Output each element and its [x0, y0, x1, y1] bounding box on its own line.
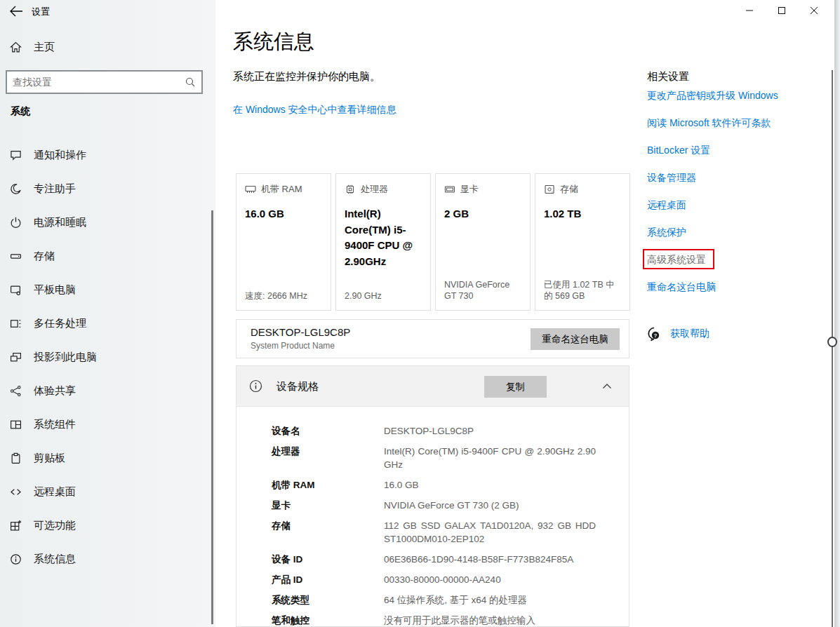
home-icon	[10, 41, 22, 53]
spec-row: 笔和触控 没有可用于此显示器的笔或触控输入	[272, 614, 629, 627]
optional-features-icon	[10, 520, 22, 532]
sidebar-item-label: 系统信息	[34, 553, 76, 566]
sidebar-item-focus-assist[interactable]: 专注助手	[0, 172, 211, 205]
link-bitlocker-settings[interactable]: BitLocker 设置	[647, 144, 710, 157]
device-specs-title: 设备规格	[276, 380, 319, 393]
back-button[interactable]	[9, 5, 23, 18]
link-change-product-key[interactable]: 更改产品密钥或升级 Windows	[647, 90, 778, 102]
security-center-link[interactable]: 在 Windows 安全中心中查看详细信息	[233, 104, 396, 116]
notifications-icon	[10, 149, 22, 161]
page-subtitle: 系统正在监控并保护你的电脑。	[233, 70, 380, 83]
device-specs-panel: 设备规格 复制 设备名 DESKTOP-LGL9C8P 处理器 Intel(R)…	[236, 365, 629, 627]
close-button[interactable]	[798, 0, 830, 21]
window-right-edge	[834, 0, 840, 627]
card-gpu: 显卡 2 GB NVIDIA GeForce GT 730	[435, 173, 531, 311]
search-input[interactable]	[7, 76, 185, 88]
svg-text:?: ?	[654, 332, 658, 339]
sidebar-item-remote-desktop[interactable]: 远程桌面	[0, 475, 211, 508]
gpu-icon	[444, 184, 455, 194]
maximize-button[interactable]	[766, 0, 798, 21]
sidebar-item-label: 投影到此电脑	[34, 351, 97, 364]
sidebar-item-label: 通知和操作	[34, 149, 86, 162]
link-remote-desktop[interactable]: 远程桌面	[647, 199, 686, 212]
sidebar-item-shared-experiences[interactable]: 体验共享	[0, 374, 211, 407]
spec-row: 存储 112 GB SSD GALAX TA1D0120A, 932 GB HD…	[272, 519, 629, 546]
sidebar-item-power-sleep[interactable]: 电源和睡眠	[0, 205, 211, 239]
sidebar-item-label: 多任务处理	[34, 317, 86, 330]
card-footer: 速度: 2666 MHz	[245, 290, 324, 302]
sidebar-item-label: 体验共享	[34, 384, 76, 398]
card-ram: 机带 RAM 16.0 GB 速度: 2666 MHz	[236, 173, 331, 311]
device-specs-header[interactable]: 设备规格 复制	[236, 366, 629, 407]
projecting-icon	[10, 351, 22, 363]
rename-pc-button[interactable]: 重命名这台电脑	[531, 328, 620, 350]
sidebar-item-label: 剪贴板	[34, 452, 65, 465]
settings-window: 设置 主页 系统 通知和操作	[0, 0, 840, 627]
link-system-protection[interactable]: 系统保护	[647, 227, 686, 239]
sidebar-nav: 通知和操作 专注助手 电源和睡眠 存储	[0, 138, 211, 576]
card-label: 存储	[560, 183, 578, 196]
spec-row: 显卡 NVIDIA GeForce GT 730 (2 GB)	[272, 499, 629, 512]
sidebar-scrollbar[interactable]	[211, 210, 213, 624]
link-rename-this-pc[interactable]: 重命名这台电脑	[647, 281, 716, 294]
sidebar-item-label: 存储	[34, 250, 55, 263]
clipboard-icon	[10, 452, 22, 464]
card-storage: 存储 1.02 TB 已使用 1.02 TB 中的 569 GB	[535, 173, 630, 311]
sidebar-item-home[interactable]: 主页	[10, 41, 55, 54]
page-title: 系统信息	[233, 28, 314, 56]
card-value: 1.02 TB	[544, 206, 621, 222]
minimize-button[interactable]	[733, 0, 766, 21]
sidebar-item-projecting[interactable]: 投影到此电脑	[0, 340, 211, 374]
card-footer: 已使用 1.02 TB 中的 569 GB	[544, 279, 622, 302]
sidebar-item-tablet[interactable]: 平板电脑	[0, 273, 211, 306]
get-help-label: 获取帮助	[670, 328, 709, 340]
device-specs-table: 设备名 DESKTOP-LGL9C8P 处理器 Intel(R) Core(TM…	[236, 407, 629, 627]
sidebar-item-optional-features[interactable]: 可选功能	[0, 508, 211, 542]
tablet-icon	[10, 284, 22, 296]
edge-circle-marker	[827, 337, 837, 347]
hardware-cards: 机带 RAM 16.0 GB 速度: 2666 MHz 处理器 Intel(R)…	[236, 173, 630, 311]
link-read-license-terms[interactable]: 阅读 Microsoft 软件许可条款	[647, 117, 771, 130]
sidebar-item-storage[interactable]: 存储	[0, 239, 211, 273]
spec-row: 系统类型 64 位操作系统, 基于 x64 的处理器	[272, 593, 629, 607]
chevron-up-icon[interactable]	[601, 381, 613, 392]
system-components-icon	[10, 419, 22, 431]
card-footer: 2.90 GHz	[345, 290, 423, 302]
sidebar-item-multitasking[interactable]: 多任务处理	[0, 306, 211, 340]
window-controls	[733, 0, 830, 21]
sidebar-item-label: 专注助手	[34, 182, 76, 196]
focus-assist-icon	[10, 183, 22, 195]
get-help-link[interactable]: ? 获取帮助	[647, 327, 709, 341]
link-advanced-system-settings[interactable]: 高级系统设置	[647, 254, 706, 267]
sidebar-item-label: 电源和睡眠	[34, 216, 86, 229]
related-settings-title: 相关设置	[647, 70, 689, 83]
remote-desktop-icon	[10, 486, 22, 498]
sidebar-item-about[interactable]: 系统信息	[0, 542, 211, 576]
main-scrollbar[interactable]	[832, 70, 833, 627]
about-icon	[10, 553, 22, 565]
link-device-manager[interactable]: 设备管理器	[647, 172, 696, 184]
cpu-icon	[345, 184, 356, 194]
sidebar-item-system-components[interactable]: 系统组件	[0, 407, 211, 441]
card-label: 显卡	[460, 183, 479, 196]
info-icon	[249, 379, 262, 393]
device-name: DESKTOP-LGL9C8P	[251, 326, 350, 338]
sidebar-section-title: 系统	[11, 105, 30, 118]
sidebar-item-label: 平板电脑	[34, 283, 76, 297]
sidebar-home-label: 主页	[34, 41, 55, 54]
ram-icon	[245, 184, 256, 194]
sidebar-item-label: 系统组件	[34, 418, 76, 431]
card-value: 2 GB	[444, 206, 521, 222]
card-cpu: 处理器 Intel(R) Core(TM) i5-9400F CPU @ 2.9…	[335, 173, 431, 311]
device-product-name: System Product Name	[251, 341, 335, 351]
power-icon	[10, 217, 22, 229]
sidebar-item-notifications[interactable]: 通知和操作	[0, 138, 211, 172]
card-value: Intel(R) Core(TM) i5-9400F CPU @ 2.90GHz	[345, 206, 422, 269]
card-label: 机带 RAM	[261, 183, 302, 196]
search-icon[interactable]	[185, 76, 201, 88]
spec-row: 处理器 Intel(R) Core(TM) i5-9400F CPU @ 2.9…	[272, 445, 629, 471]
sidebar-item-clipboard[interactable]: 剪贴板	[0, 441, 211, 475]
card-label: 处理器	[361, 183, 388, 196]
app-title: 设置	[32, 6, 50, 18]
copy-button[interactable]: 复制	[484, 376, 547, 398]
